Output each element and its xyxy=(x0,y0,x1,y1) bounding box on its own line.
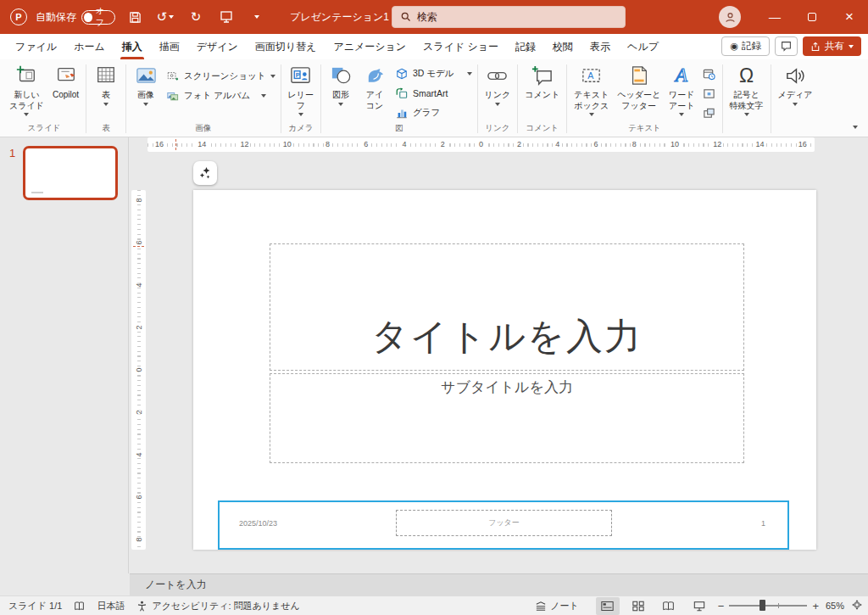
collapse-ribbon-button[interactable] xyxy=(853,117,858,132)
group-label-images: 画像 xyxy=(129,122,277,137)
zoom-in-button[interactable]: + xyxy=(812,600,819,612)
zoom-slider[interactable]: − + xyxy=(718,600,819,612)
group-symbols: Ω 記号と 特殊文字 xyxy=(726,61,768,137)
svg-text:P: P xyxy=(296,70,300,78)
accessibility-icon xyxy=(136,601,147,612)
subtitle-placeholder-text: サブタイトルを入力 xyxy=(441,377,573,397)
slide-thumbnail-panel[interactable]: 1 xyxy=(0,137,129,573)
language-button[interactable]: 日本語 xyxy=(97,600,125,612)
notes-pane[interactable]: ノートを入力 xyxy=(130,573,868,595)
designer-sparkles-icon xyxy=(198,166,212,180)
share-label: 共有 xyxy=(825,40,844,53)
slide-number-button[interactable] xyxy=(701,86,718,102)
chart-button[interactable]: グラフ xyxy=(392,104,475,121)
share-button[interactable]: 共有 xyxy=(803,36,861,56)
search-placeholder: 検索 xyxy=(417,10,437,25)
footer-placeholder[interactable]: フッター xyxy=(396,510,612,536)
textbox-icon: A xyxy=(579,64,604,87)
photo-album-button[interactable]: フォト アルバム xyxy=(163,87,277,104)
group-images: 画像 スクリーンショット フォト アルバム 画像 xyxy=(129,61,277,137)
media-icon xyxy=(782,64,808,87)
header-footer-button[interactable]: ヘッダーと フッター xyxy=(613,61,665,111)
maximize-button[interactable] xyxy=(793,0,831,34)
media-button[interactable]: メディア xyxy=(774,61,817,106)
new-comment-button[interactable]: コメント xyxy=(520,61,564,101)
photo-album-icon xyxy=(165,89,180,103)
wordart-button[interactable]: A ワード アート xyxy=(665,61,698,116)
pictures-button[interactable]: 画像 xyxy=(129,61,163,106)
autosave-toggle[interactable]: 自動保存 オフ xyxy=(36,10,115,25)
horizontal-ruler[interactable]: 1614121086420246810121416 xyxy=(147,137,815,152)
tab-draw[interactable]: 描画 xyxy=(151,35,188,59)
textbox-button[interactable]: A テキスト ボックス xyxy=(570,61,613,116)
record-button[interactable]: ◉ 記録 xyxy=(721,36,770,56)
tab-view[interactable]: 表示 xyxy=(581,35,619,59)
zoom-percent[interactable]: 65% xyxy=(826,601,844,611)
slide-thumbnail-1[interactable] xyxy=(23,146,118,200)
group-media: メディア xyxy=(774,61,817,137)
tab-record[interactable]: 記録 xyxy=(507,35,544,59)
ribbon-tab-row: ファイル ホーム 挿入 描画 デザイン 画面切り替え アニメーション スライド … xyxy=(0,34,868,59)
accessibility-status[interactable]: アクセシビリティ: 問題ありません xyxy=(136,600,299,612)
tab-transitions[interactable]: 画面切り替え xyxy=(247,35,326,59)
group-illustrations: 図形 アイ コン 3D モデル Sm xyxy=(324,61,475,137)
title-placeholder[interactable]: タイトルを入力 xyxy=(270,243,744,371)
zoom-track[interactable] xyxy=(729,605,807,607)
header-footer-icon xyxy=(626,64,652,87)
redo-button[interactable]: ↻ xyxy=(185,6,207,28)
shapes-button[interactable]: 図形 xyxy=(324,61,358,106)
account-avatar[interactable] xyxy=(719,6,741,28)
table-button[interactable]: 表 xyxy=(89,61,123,106)
vertical-ruler[interactable]: 864202468 xyxy=(131,190,146,550)
search-input[interactable]: 検索 xyxy=(392,6,626,28)
normal-view-button[interactable] xyxy=(596,597,620,615)
spellcheck-icon xyxy=(74,601,85,612)
group-label-slides: スライド xyxy=(5,122,83,137)
close-button[interactable]: × xyxy=(831,0,868,34)
spellcheck-button[interactable] xyxy=(74,601,85,612)
record-icon: ◉ xyxy=(730,41,738,52)
slide-sorter-view-button[interactable] xyxy=(626,597,650,615)
tab-review[interactable]: 校閲 xyxy=(544,35,581,59)
notes-toggle-button[interactable]: ノート xyxy=(535,600,579,612)
tab-animations[interactable]: アニメーション xyxy=(325,35,415,59)
fit-icon xyxy=(851,599,863,611)
tab-slideshow[interactable]: スライド ショー xyxy=(415,35,507,59)
designer-button[interactable] xyxy=(193,161,217,185)
undo-button[interactable]: ↺ xyxy=(154,6,176,28)
comments-button[interactable] xyxy=(775,36,798,56)
zoom-out-button[interactable]: − xyxy=(718,600,725,612)
toggle-switch[interactable]: オフ xyxy=(81,10,115,25)
smartart-button[interactable]: SmartArt xyxy=(392,85,475,102)
tab-help[interactable]: ヘルプ xyxy=(619,35,667,59)
new-comment-icon xyxy=(530,64,555,87)
quick-access-more-button[interactable] xyxy=(246,6,268,28)
3d-models-button[interactable]: 3D モデル xyxy=(392,65,475,82)
group-table: 表 表 xyxy=(89,61,123,137)
save-button[interactable] xyxy=(124,6,146,28)
tab-insert[interactable]: 挿入 xyxy=(114,35,151,59)
footer-selection-region[interactable]: 2025/10/23 フッター 1 xyxy=(218,500,789,550)
start-slideshow-button[interactable] xyxy=(215,6,237,28)
tab-design[interactable]: デザイン xyxy=(188,35,247,59)
reading-view-button[interactable] xyxy=(657,597,681,615)
link-button[interactable]: リンク xyxy=(481,61,515,106)
icons-button[interactable]: アイ コン xyxy=(358,61,392,111)
zoom-thumb[interactable] xyxy=(760,600,765,611)
new-slide-button[interactable]: 新しい スライド xyxy=(5,61,48,116)
screenshot-button[interactable]: スクリーンショット xyxy=(163,68,277,85)
object-button[interactable] xyxy=(701,105,718,121)
date-time-button[interactable] xyxy=(701,66,718,82)
slideshow-view-button[interactable] xyxy=(687,597,711,615)
minimize-button[interactable]: — xyxy=(756,0,793,34)
symbol-button[interactable]: Ω 記号と 特殊文字 xyxy=(726,61,768,116)
tab-home[interactable]: ホーム xyxy=(65,35,114,59)
cameo-button[interactable]: P レリー フ xyxy=(284,61,318,116)
fit-to-window-button[interactable] xyxy=(851,599,863,612)
slide-canvas[interactable]: タイトルを入力 サブタイトルを入力 2025/10/23 フッター 1 xyxy=(193,190,816,550)
subtitle-placeholder[interactable]: サブタイトルを入力 xyxy=(270,373,744,463)
object-icon xyxy=(703,107,715,120)
tab-file[interactable]: ファイル xyxy=(7,35,65,59)
copilot-button[interactable]: Copilot xyxy=(48,61,83,101)
footer-slide-number: 1 xyxy=(761,519,765,528)
